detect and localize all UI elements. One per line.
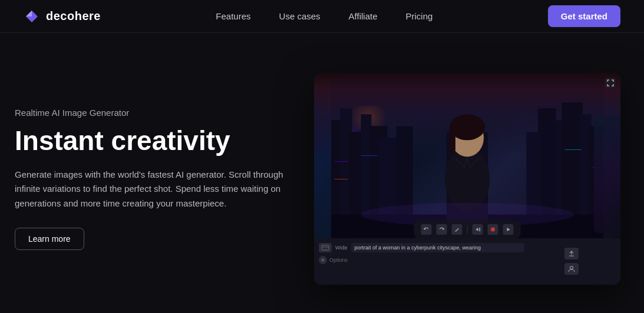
side-panel-strip: [594, 115, 620, 233]
user-action-icon[interactable]: [564, 263, 579, 275]
prompt-right-panel: [528, 243, 616, 280]
prompt-options-row: Options: [319, 255, 524, 264]
svg-rect-30: [322, 245, 329, 250]
cyberpunk-scene: [314, 73, 620, 238]
prompt-mode-icon[interactable]: [319, 243, 332, 252]
svg-rect-28: [480, 228, 481, 231]
nav-link-affiliate[interactable]: Affiliate: [349, 11, 378, 21]
toolbar-redo-icon[interactable]: [437, 224, 447, 235]
nav-links: Features Use cases Affiliate Pricing: [216, 11, 432, 21]
preview-inner: Wide portrait of a woman in a cyberpunk …: [314, 73, 620, 285]
wide-label: Wide: [335, 245, 348, 251]
expand-icon[interactable]: [605, 78, 616, 88]
toolbar-divider: [467, 225, 468, 234]
ui-preview-window: Wide portrait of a woman in a cyberpunk …: [314, 73, 620, 285]
side-panel-right: [594, 115, 620, 233]
svg-point-33: [570, 267, 573, 269]
prompt-area: Wide portrait of a woman in a cyberpunk …: [314, 238, 620, 285]
hero-content: Realtime AI Image Generator Instant crea…: [12, 108, 295, 250]
toolbar-play-icon[interactable]: [503, 224, 514, 235]
prompt-input-text[interactable]: portrait of a woman in a cyberpunk citys…: [351, 243, 524, 252]
get-started-button[interactable]: Get started: [548, 5, 620, 27]
prompt-top-row: Wide portrait of a woman in a cyberpunk …: [319, 243, 524, 252]
settings-gear-icon[interactable]: [319, 256, 327, 264]
hero-title: Instant creativity: [15, 126, 295, 156]
hero-preview: Wide portrait of a woman in a cyberpunk …: [314, 73, 620, 285]
navbar: decohere Features Use cases Affiliate Pr…: [0, 0, 644, 33]
hero-description: Generate images with the world's fastest…: [15, 168, 295, 211]
hero-subtitle: Realtime AI Image Generator: [15, 108, 295, 118]
upload-action-icon[interactable]: [564, 248, 579, 259]
prompt-left-panel: Wide portrait of a woman in a cyberpunk …: [319, 243, 524, 280]
nav-link-pricing[interactable]: Pricing: [406, 11, 433, 21]
toolbar-undo-icon[interactable]: [421, 224, 432, 235]
toolbar-record-icon[interactable]: [488, 224, 498, 235]
toolbar-rewind-icon[interactable]: [473, 224, 483, 235]
decohere-logo-icon: [24, 8, 40, 25]
toolbar-edit-icon[interactable]: [452, 224, 463, 235]
cityscape-svg: [314, 73, 620, 238]
options-label: Options: [329, 257, 348, 263]
brand-logo[interactable]: decohere: [24, 8, 101, 25]
hero-section: Realtime AI Image Generator Instant crea…: [0, 33, 644, 313]
nav-link-features[interactable]: Features: [216, 11, 250, 21]
svg-point-32: [322, 259, 324, 261]
svg-point-29: [491, 227, 495, 231]
svg-rect-27: [331, 73, 603, 238]
nav-link-use-cases[interactable]: Use cases: [279, 11, 321, 21]
learn-more-button[interactable]: Learn more: [15, 228, 84, 250]
image-toolbar: [414, 221, 521, 238]
brand-name: decohere: [46, 9, 101, 23]
